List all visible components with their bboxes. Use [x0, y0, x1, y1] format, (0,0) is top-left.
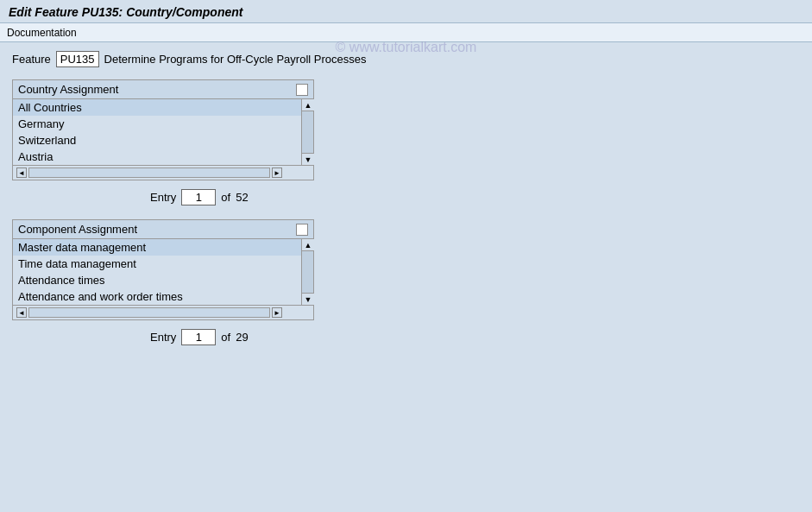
component-list-body: Master data management Time data managem…: [13, 239, 313, 305]
list-item[interactable]: Attendance and work order times: [13, 288, 301, 305]
country-entry-of: of: [221, 191, 230, 204]
component-header-checkbox[interactable]: [296, 224, 308, 236]
country-scroll-up[interactable]: ▲: [302, 99, 314, 111]
component-scroll-down[interactable]: ▼: [302, 293, 314, 305]
feature-row: Feature PU135 Determine Programs for Off…: [12, 51, 800, 67]
component-horiz-scroll: ◄ ►: [16, 307, 282, 318]
menu-bar: Documentation: [0, 23, 812, 42]
component-assignment-title: Component Assignment: [18, 223, 137, 236]
list-item[interactable]: Switzerland: [13, 132, 301, 149]
feature-description: Determine Programs for Off-Cycle Payroll…: [104, 53, 367, 66]
country-scroll-track: [302, 111, 313, 153]
component-entry-total: 29: [236, 331, 248, 344]
component-entry-row: Entry of 29: [12, 329, 800, 345]
component-vertical-scrollbar: ▲ ▼: [301, 239, 313, 305]
component-entry-input[interactable]: [181, 329, 216, 345]
country-entry-row: Entry of 52: [12, 189, 800, 205]
component-horiz-track: [28, 307, 270, 318]
country-scroll-right[interactable]: ►: [272, 168, 282, 178]
country-list-footer: ◄ ►: [13, 165, 313, 180]
feature-label: Feature: [12, 53, 51, 66]
component-assignment-container: Component Assignment Master data managem…: [12, 219, 314, 320]
list-item[interactable]: All Countries: [13, 99, 301, 116]
list-item[interactable]: Austria: [13, 149, 301, 165]
page-title: Edit Feature PU135: Country/Component: [9, 5, 803, 19]
component-scroll-left[interactable]: ◄: [16, 307, 27, 318]
documentation-menu[interactable]: Documentation: [7, 27, 77, 39]
country-horiz-scroll: ◄ ►: [16, 168, 282, 178]
content-area: Feature PU135 Determine Programs for Off…: [0, 42, 812, 368]
title-bar: Edit Feature PU135: Country/Component: [0, 0, 812, 23]
country-assignment-container: Country Assignment All Countries Germany…: [12, 79, 314, 180]
country-scroll-left[interactable]: ◄: [16, 168, 27, 178]
component-list-items: Master data management Time data managem…: [13, 239, 301, 305]
country-vertical-scrollbar: ▲ ▼: [301, 99, 313, 165]
list-item[interactable]: Time data management: [13, 256, 301, 272]
component-entry-of: of: [221, 331, 230, 344]
component-assignment-header: Component Assignment: [13, 220, 313, 239]
country-entry-label: Entry: [150, 191, 176, 204]
component-entry-label: Entry: [150, 331, 176, 344]
country-header-checkbox[interactable]: [296, 84, 308, 96]
country-list-items: All Countries Germany Switzerland Austri…: [13, 99, 301, 165]
country-assignment-title: Country Assignment: [18, 83, 118, 96]
feature-code: PU135: [56, 51, 99, 67]
country-assignment-header: Country Assignment: [13, 80, 313, 99]
component-scroll-up[interactable]: ▲: [302, 239, 314, 251]
country-scroll-down[interactable]: ▼: [302, 153, 314, 165]
country-assignment-list: Country Assignment All Countries Germany…: [12, 79, 314, 180]
component-assignment-list: Component Assignment Master data managem…: [12, 219, 314, 320]
component-scroll-right[interactable]: ►: [272, 307, 282, 318]
list-item[interactable]: Attendance times: [13, 272, 301, 288]
list-item[interactable]: Master data management: [13, 239, 301, 256]
component-list-footer: ◄ ►: [13, 305, 313, 319]
country-entry-total: 52: [236, 191, 248, 204]
list-item[interactable]: Germany: [13, 116, 301, 132]
country-list-body: All Countries Germany Switzerland Austri…: [13, 99, 313, 165]
country-horiz-track: [28, 168, 270, 178]
component-scroll-track: [302, 251, 313, 293]
country-entry-input[interactable]: [181, 189, 216, 205]
